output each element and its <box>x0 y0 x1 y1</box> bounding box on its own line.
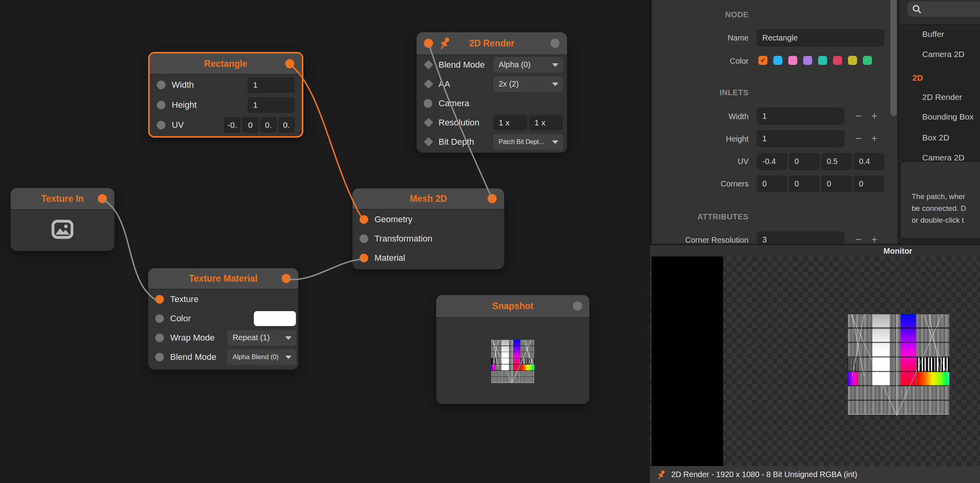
color-swatch-0-selected[interactable]: ✓ <box>758 56 767 65</box>
node-2d-render[interactable]: 2D Render Blend Mode Alpha (0) AA 2x (2) <box>417 32 567 153</box>
output-port[interactable] <box>98 194 107 203</box>
right-panel: NODE Name Color ✓ INLETS Width 1 − + Hei… <box>650 0 980 483</box>
color-swatch-3[interactable] <box>803 56 812 65</box>
library-item-bounding-box[interactable]: Bounding Box <box>922 112 974 122</box>
color-swatch-1[interactable] <box>773 56 782 65</box>
input-port[interactable] <box>155 334 164 342</box>
node-texture-material-header[interactable]: Texture Material <box>148 268 298 289</box>
library-item-camera-2d[interactable]: Camera 2D <box>922 50 964 59</box>
uv-field-2[interactable]: 0. <box>260 117 277 133</box>
width-decrement-button[interactable]: − <box>853 111 864 122</box>
corners-field-0[interactable]: 0 <box>757 175 787 192</box>
search-input[interactable] <box>922 5 973 13</box>
pin-icon[interactable] <box>655 469 667 482</box>
output-port[interactable] <box>488 194 497 203</box>
corners-field-2[interactable]: 0 <box>821 175 852 192</box>
search-box[interactable] <box>907 2 980 17</box>
node-2d-render-header[interactable]: 2D Render <box>417 32 567 55</box>
resolution-x-field[interactable]: 1 x <box>493 115 527 130</box>
input-port-diamond[interactable] <box>424 137 433 146</box>
node-editor-canvas[interactable]: Texture In Rectangle Width 1 <box>0 0 650 483</box>
wrap-mode-dropdown[interactable]: Repeat (1) <box>227 330 296 346</box>
output-port[interactable] <box>285 59 294 68</box>
input-port-diamond[interactable] <box>424 60 433 69</box>
input-port-diamond[interactable] <box>424 118 433 127</box>
output-port[interactable] <box>282 274 291 283</box>
uv-field-0[interactable]: -0.4 <box>757 153 787 170</box>
input-port[interactable] <box>157 81 165 89</box>
row-label: Material <box>374 253 405 263</box>
height-increment-button[interactable]: + <box>869 133 880 144</box>
input-port[interactable] <box>424 99 432 108</box>
corner-resolution-field[interactable]: 3 <box>757 231 844 244</box>
name-label: Name <box>650 33 749 42</box>
width-field[interactable]: 1 <box>248 77 295 93</box>
input-port[interactable] <box>155 353 164 361</box>
corners-field-3[interactable]: 0 <box>853 175 884 192</box>
uv-field-3[interactable]: 0.4 <box>853 153 884 170</box>
snapshot-thumbnail <box>491 340 534 383</box>
corner-resolution-increment-button[interactable]: + <box>869 234 880 244</box>
input-port[interactable] <box>360 234 368 243</box>
input-port[interactable] <box>157 121 165 129</box>
height-field[interactable]: 1 <box>248 97 295 113</box>
library-category-2d[interactable]: 2D <box>912 73 923 83</box>
color-swatch-button[interactable] <box>254 311 296 326</box>
input-port[interactable] <box>360 254 368 262</box>
node-snapshot-header[interactable]: Snapshot <box>436 295 589 318</box>
uv-field-3[interactable]: 0. <box>278 117 295 133</box>
dropdown-value: Alpha Blend (0) <box>233 353 279 361</box>
corners-field-1[interactable]: 0 <box>789 175 820 192</box>
output-port[interactable] <box>551 39 560 48</box>
app-root: Texture In Rectangle Width 1 <box>0 0 980 483</box>
height-decrement-button[interactable]: − <box>853 133 864 144</box>
monitor-viewport[interactable] <box>650 256 980 466</box>
height-label: Height <box>650 135 749 144</box>
row-label: Bit Depth <box>439 137 474 147</box>
blend-mode-dropdown[interactable]: Alpha (0) <box>493 57 563 73</box>
color-swatch-7[interactable] <box>863 56 872 65</box>
pin-icon[interactable] <box>437 35 453 53</box>
input-port[interactable] <box>155 295 164 304</box>
width-increment-button[interactable]: + <box>869 111 880 122</box>
node-texture-material[interactable]: Texture Material Texture Color Wrap Mode… <box>148 268 298 370</box>
library-item-2d-render[interactable]: 2D Render <box>922 92 962 102</box>
uv-field-1[interactable]: 0 <box>789 153 820 170</box>
output-port[interactable] <box>573 302 582 311</box>
library-item-box-2d[interactable]: Box 2D <box>922 133 949 142</box>
node-mesh-2d[interactable]: Mesh 2D Geometry Transformation Material <box>352 188 504 269</box>
node-texture-in-header[interactable]: Texture In <box>11 188 114 210</box>
resolution-y-field[interactable]: 1 x <box>529 115 563 130</box>
node-title: Snapshot <box>492 301 534 312</box>
input-port-diamond[interactable] <box>424 79 433 88</box>
bit-depth-dropdown[interactable]: Patch Bit Dept... <box>493 134 563 150</box>
uv-field-1[interactable]: 0 <box>242 117 259 133</box>
blend-mode-dropdown[interactable]: Alpha Blend (0) <box>227 349 296 365</box>
node-rectangle[interactable]: Rectangle Width 1 Height 1 UV -0. 0 0. 0… <box>148 52 303 138</box>
node-texture-in[interactable]: Texture In <box>11 188 114 251</box>
color-swatch-4[interactable] <box>818 56 827 65</box>
node-mesh-2d-header[interactable]: Mesh 2D <box>352 188 504 210</box>
color-swatch-5[interactable] <box>833 56 842 65</box>
node-rectangle-header[interactable]: Rectangle <box>150 53 302 75</box>
input-port[interactable] <box>360 215 368 224</box>
library-item-buffer[interactable]: Buffer <box>922 29 944 39</box>
aa-dropdown[interactable]: 2x (2) <box>493 76 563 92</box>
node-snapshot[interactable]: Snapshot <box>436 295 589 404</box>
uv-field-0[interactable]: -0. <box>224 117 240 133</box>
name-input[interactable] <box>757 29 884 46</box>
uv-field-2[interactable]: 0.5 <box>821 153 852 170</box>
color-swatch-2[interactable] <box>788 56 797 65</box>
width-field[interactable]: 1 <box>757 108 844 125</box>
row-label: Width <box>172 80 194 90</box>
corner-resolution-decrement-button[interactable]: − <box>853 234 864 244</box>
input-port[interactable] <box>424 39 433 48</box>
color-swatch-6[interactable] <box>848 56 857 65</box>
row-label: Height <box>172 100 197 110</box>
inspector-scrollbar[interactable] <box>890 0 897 116</box>
input-port[interactable] <box>157 101 165 109</box>
input-port[interactable] <box>155 314 164 323</box>
description-line: be connected. D <box>912 204 966 213</box>
height-field[interactable]: 1 <box>757 130 844 147</box>
row-label: Color <box>170 313 191 324</box>
